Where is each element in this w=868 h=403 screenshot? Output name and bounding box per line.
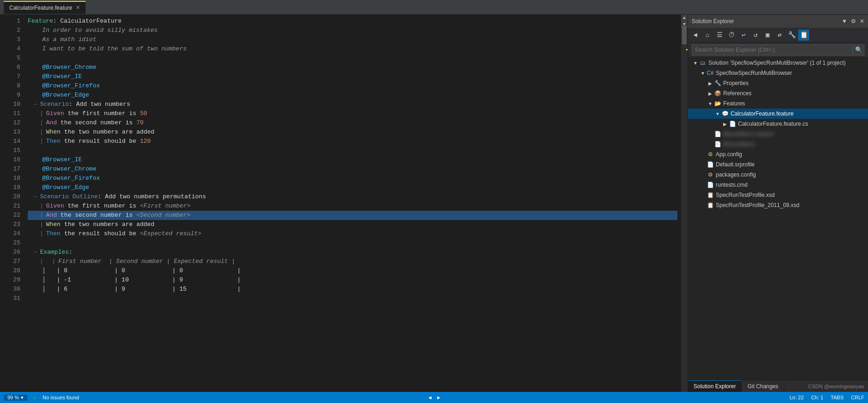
- se-title-icons: ▼ ⚙ ✕: [842, 18, 864, 24]
- line-number: 9: [6, 91, 20, 100]
- references-arrow: ▶: [707, 90, 714, 97]
- code-token: −: [28, 194, 40, 200]
- code-line: @Browser_IE: [28, 72, 677, 81]
- tree-specrun-xsd-2011[interactable]: 📋 SpecRunTestProfile_2011_09.xsd: [688, 200, 868, 210]
- references-label: References: [723, 90, 751, 97]
- se-tools-button[interactable]: 🔧: [786, 30, 797, 41]
- code-token: │: [28, 203, 46, 209]
- line-number: 22: [6, 211, 20, 220]
- tree-blurred-1[interactable]: 📄 BlurredItem1.feature: [688, 129, 868, 139]
- code-token: Given: [46, 202, 64, 209]
- tree-blurred-2[interactable]: 📄 BlurredItem2: [688, 139, 868, 149]
- se-back-button[interactable]: ◄: [690, 30, 701, 41]
- code-line: [28, 294, 677, 303]
- se-tab-git-changes[interactable]: Git Changes: [742, 380, 784, 392]
- se-search-icon[interactable]: 🔍: [853, 44, 864, 55]
- packages-config-icon: ⚙: [707, 171, 714, 178]
- code-editor[interactable]: Feature: CalculatorFeature In order to a…: [24, 15, 681, 392]
- code-token: │ | 0 | 0 | 0 |: [28, 267, 241, 274]
- code-line: @Browser_Firefox: [28, 174, 677, 183]
- line-number: 8: [6, 81, 20, 91]
- project-arrow: ▼: [699, 69, 707, 77]
- code-token: │: [28, 120, 46, 126]
- tab-close-button[interactable]: ✕: [76, 5, 80, 11]
- code-line: [28, 146, 677, 155]
- code-token: When: [46, 221, 61, 228]
- code-line: @Browser_Chrome: [28, 165, 677, 174]
- tree-solution[interactable]: ▼ 🗂 Solution 'SpecflowSpecRunMutiBrowser…: [688, 58, 868, 68]
- specrun-xsd-icon: 📋: [707, 191, 714, 199]
- code-token: When: [46, 128, 61, 135]
- tree-project[interactable]: ▼ C# SpecflowSpecRunMutiBrowser: [688, 68, 868, 78]
- blurred-label-2: BlurredItem2: [723, 141, 755, 147]
- code-token: the two numbers are added: [61, 221, 155, 228]
- se-close-button[interactable]: ✕: [860, 18, 864, 24]
- tree-feature-cs[interactable]: ▶ 📄 CalculatorFeature.feature.cs: [688, 119, 868, 129]
- zoom-control[interactable]: 99 % ▾: [4, 395, 27, 401]
- tree-calculator-feature[interactable]: ▼ 💬 CalculatorFeature.feature: [688, 109, 868, 119]
- tree-references[interactable]: ▶ 📦 References: [688, 88, 868, 98]
- se-grid-button[interactable]: ▣: [762, 30, 773, 41]
- editor-area: 1234567891011121314151617181920212223242…: [0, 15, 688, 392]
- properties-icon: 🔧: [714, 79, 721, 87]
- line-number: 21: [6, 202, 20, 211]
- solution-arrow: ▼: [692, 59, 699, 67]
- tree-app-config[interactable]: ⚙ App.config: [688, 149, 868, 159]
- blurred-label-1: BlurredItem1.feature: [723, 131, 774, 137]
- scroll-right-button[interactable]: ►: [436, 395, 441, 400]
- line-number: 29: [6, 275, 20, 285]
- line-number: 25: [6, 238, 20, 248]
- encoding-indicator: TABS: [831, 395, 843, 400]
- se-history-button[interactable]: ⏱: [726, 30, 737, 41]
- se-bottom-tabs: Solution Explorer Git Changes CSDN @wumi…: [688, 380, 868, 392]
- editor-scrollbar[interactable]: ▲ ▼: [681, 15, 688, 392]
- code-token: │: [28, 213, 46, 218]
- srprofile-label: Default.srprofile: [716, 161, 755, 168]
- se-list-button[interactable]: ☰: [714, 30, 725, 41]
- line-number: 18: [6, 174, 20, 183]
- tree-properties[interactable]: ▶ 🔧 Properties: [688, 78, 868, 88]
- status-left: 99 % ▾ ✓ No issues found: [4, 395, 79, 401]
- code-token: 50: [140, 110, 147, 117]
- code-token: │ | 6 | 9 | 15 |: [28, 286, 241, 293]
- code-token: @Browser_Chrome: [28, 64, 96, 71]
- solution-icon: 🗂: [699, 59, 707, 67]
- se-pin-button[interactable]: ▼: [842, 18, 847, 24]
- code-line: @Browser_Firefox: [28, 81, 677, 91]
- se-credit: CSDN @wumingxiaoyao: [805, 380, 868, 392]
- se-search-input[interactable]: [692, 44, 853, 55]
- feature-file-label: CalculatorFeature.feature: [731, 110, 794, 117]
- tree-runtests-cmd[interactable]: 📄 runtests.cmd: [688, 180, 868, 190]
- se-home-button[interactable]: ⌂: [702, 30, 713, 41]
- tree-specrun-xsd[interactable]: 📋 SpecRunTestProfile.xsd: [688, 190, 868, 200]
- code-token: │: [28, 139, 46, 144]
- code-token: the first number is: [64, 110, 140, 117]
- code-token: 120: [140, 138, 150, 145]
- code-line: │ And the second number is 70: [28, 118, 677, 128]
- code-token: Scenario Outline: [40, 193, 98, 200]
- tree-features-folder[interactable]: ▼ 📂 Features: [688, 98, 868, 109]
- code-token: the second number is: [57, 119, 136, 126]
- code-token: @Browser_Firefox: [28, 82, 100, 89]
- se-title-label: Solution Explorer: [692, 18, 734, 24]
- se-tree: ▼ 🗂 Solution 'SpecflowSpecRunMutiBrowser…: [688, 58, 868, 380]
- main-area: 1234567891011121314151617181920212223242…: [0, 15, 868, 392]
- scroll-left-button[interactable]: ◄: [428, 395, 433, 400]
- se-settings-button[interactable]: ⚙: [851, 18, 856, 24]
- tree-default-srprofile[interactable]: 📄 Default.srprofile: [688, 159, 868, 170]
- scroll-up-button[interactable]: ▲: [681, 15, 688, 21]
- line-number: 19: [6, 183, 20, 192]
- code-line: I want to be told the sum of two numbers: [28, 44, 677, 54]
- tree-packages-config[interactable]: ⚙ packages.config: [688, 170, 868, 180]
- code-token: : Add two numbers permutations: [98, 193, 206, 200]
- calc-feature-arrow: ▼: [714, 110, 721, 117]
- se-search-bar: 🔍: [688, 43, 868, 58]
- editor-tab[interactable]: CalculatorFeature.feature ✕: [4, 1, 86, 14]
- cs-file-label: CalculatorFeature.feature.cs: [738, 121, 808, 127]
- se-clipboard-button[interactable]: 📋: [798, 30, 809, 41]
- se-undo-button[interactable]: ↩: [738, 30, 749, 41]
- se-refresh-button[interactable]: ↺: [750, 30, 761, 41]
- se-tab-solution-explorer[interactable]: Solution Explorer: [688, 380, 742, 392]
- se-transfer-button[interactable]: ⇄: [774, 30, 785, 41]
- line-number: 31: [6, 294, 20, 303]
